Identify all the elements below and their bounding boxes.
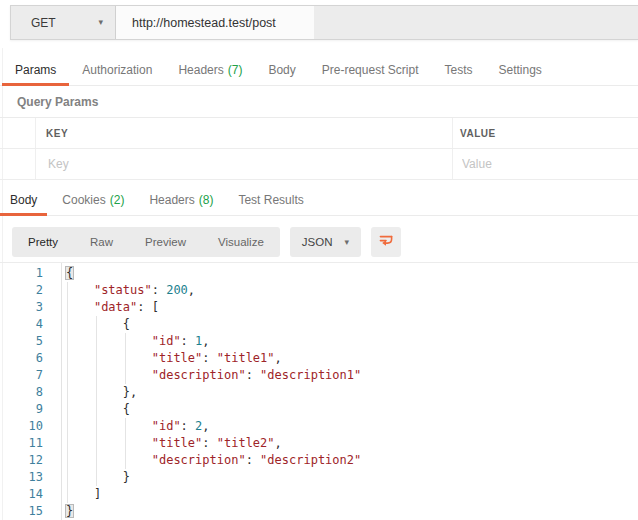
url-input[interactable]: [116, 6, 314, 39]
indent-guide: [96, 316, 97, 486]
line-number: 7: [0, 367, 43, 384]
request-tab-params[interactable]: Params: [2, 55, 69, 85]
line-number: 9: [0, 401, 43, 418]
tab-count-badge: (8): [199, 193, 214, 207]
view-mode-raw[interactable]: Raw: [74, 227, 129, 257]
line-number: 2: [0, 282, 43, 299]
view-mode-preview[interactable]: Preview: [129, 227, 202, 257]
line-number: 11: [0, 435, 43, 452]
line-number: 12: [0, 452, 43, 469]
wrap-text-icon: [378, 233, 394, 251]
table-header-row: KEY VALUE: [0, 118, 638, 149]
code-text: {: [43, 265, 74, 282]
tab-label: Cookies: [62, 193, 105, 207]
line-number: 8: [0, 384, 43, 401]
tab-label: Settings: [499, 63, 542, 77]
code-line: 1{: [0, 265, 638, 282]
indent-guide: [67, 282, 68, 503]
method-dropdown[interactable]: GET ▾: [11, 6, 116, 39]
chevron-down-icon: ▾: [344, 238, 349, 247]
request-tab-tests[interactable]: Tests: [431, 55, 485, 85]
language-dropdown[interactable]: JSON ▾: [290, 227, 361, 257]
line-number: 6: [0, 350, 43, 367]
tab-label: Tests: [444, 63, 472, 77]
code-text: {: [43, 401, 130, 418]
code-line: 14 ]: [0, 486, 638, 503]
request-tab-authorization[interactable]: Authorization: [69, 55, 165, 85]
tab-label: Body: [10, 193, 37, 207]
request-url-bar: GET ▾: [10, 5, 638, 40]
code-text: ]: [43, 486, 101, 503]
param-value-input[interactable]: [460, 156, 633, 172]
request-tab-headers[interactable]: Headers(7): [165, 55, 255, 85]
response-tab-test-results[interactable]: Test Results: [228, 185, 313, 215]
key-column-header: KEY: [46, 128, 68, 139]
code-area: 1{2 "status": 200,3 "data": [4 {5 "id": …: [0, 263, 638, 520]
code-text: }: [43, 503, 74, 520]
line-number: 14: [0, 486, 43, 503]
tab-label: Params: [15, 63, 56, 77]
line-number: 3: [0, 299, 43, 316]
code-text: "status": 200,: [43, 282, 195, 299]
response-viewer-toolbar: PrettyRawPreviewVisualize JSON ▾: [12, 227, 401, 257]
code-text: "title": "title2",: [43, 435, 282, 452]
tab-label: Test Results: [238, 193, 303, 207]
query-params-table: KEY VALUE: [0, 117, 638, 180]
gutter-border: [61, 263, 62, 520]
value-column-header: VALUE: [460, 128, 496, 139]
code-text: {: [43, 316, 130, 333]
table-gutter-cell: [0, 149, 36, 179]
tab-label: Authorization: [82, 63, 152, 77]
request-tabs: ParamsAuthorizationHeaders(7)BodyPre-req…: [0, 55, 638, 86]
response-tab-body[interactable]: Body: [0, 185, 47, 215]
code-line: 2 "status": 200,: [0, 282, 638, 299]
language-label: JSON: [302, 236, 333, 248]
view-mode-segmented-control: PrettyRawPreviewVisualize: [12, 227, 280, 257]
tab-label: Headers: [178, 63, 223, 77]
code-line: 3 "data": [: [0, 299, 638, 316]
code-text: },: [43, 384, 137, 401]
line-number: 4: [0, 316, 43, 333]
response-tabs: BodyCookies(2)Headers(8)Test Results: [0, 185, 638, 216]
response-tab-headers[interactable]: Headers(8): [139, 185, 223, 215]
method-label: GET: [31, 16, 56, 30]
code-text: "description": "description2": [43, 452, 361, 469]
code-text: }: [43, 469, 130, 486]
response-tab-cookies[interactable]: Cookies(2): [52, 185, 134, 215]
tab-count-badge: (2): [110, 193, 125, 207]
chevron-down-icon: ▾: [98, 18, 103, 27]
table-row: [0, 149, 638, 180]
tab-count-badge: (7): [228, 63, 243, 77]
tab-label: Body: [268, 63, 295, 77]
request-tab-settings[interactable]: Settings: [486, 55, 555, 85]
tab-label: Headers: [149, 193, 194, 207]
url-bar-filler: [314, 6, 638, 39]
line-number: 15: [0, 503, 43, 520]
code-text: "description": "description1": [43, 367, 361, 384]
line-number: 10: [0, 418, 43, 435]
line-number: 5: [0, 333, 43, 350]
request-tab-body[interactable]: Body: [255, 55, 308, 85]
wrap-lines-button[interactable]: [371, 227, 401, 257]
param-key-input[interactable]: [46, 156, 436, 172]
code-line: 15}: [0, 503, 638, 520]
response-body-editor[interactable]: 1{2 "status": 200,3 "data": [4 {5 "id": …: [0, 262, 638, 520]
view-mode-visualize[interactable]: Visualize: [202, 227, 280, 257]
query-params-title: Query Params: [17, 88, 98, 116]
indent-guide: [125, 333, 126, 384]
tab-label: Pre-request Script: [322, 63, 419, 77]
view-mode-pretty[interactable]: Pretty: [12, 227, 74, 257]
request-tab-pre-request-script[interactable]: Pre-request Script: [309, 55, 432, 85]
indent-guide: [125, 418, 126, 469]
table-gutter-cell: [0, 118, 36, 148]
code-text: "title": "title1",: [43, 350, 282, 367]
line-number: 13: [0, 469, 43, 486]
line-number: 1: [0, 265, 43, 282]
